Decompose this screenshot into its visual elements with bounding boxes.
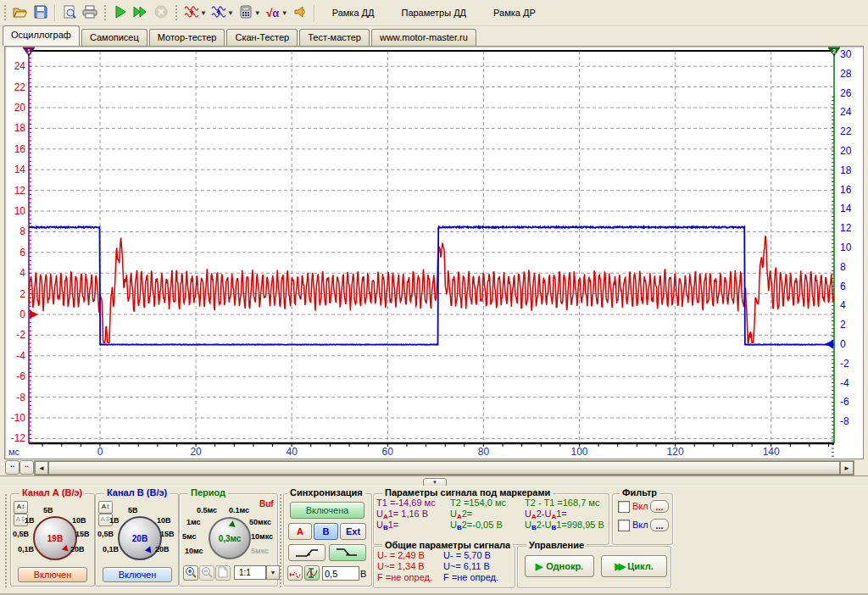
sync-source-а[interactable]: А	[288, 523, 312, 540]
channel-a-autoscale-button[interactable]: А↕	[14, 501, 28, 514]
zoom-ratio-combo[interactable]: 1:1 ▼	[234, 565, 280, 580]
zoom-out-button[interactable]	[199, 565, 214, 581]
tab-мотор-тестер[interactable]: Мотор-тестер	[149, 29, 225, 46]
tab-тест-мастер[interactable]: Тест-мастер	[299, 29, 370, 46]
svg-text:12: 12	[840, 222, 852, 234]
marker-1-button[interactable]: ..	[5, 460, 19, 475]
toolbar-button-2[interactable]: Параметры ДД	[392, 5, 475, 20]
cyclic-run-button[interactable]: ▶▶ Цикл.	[601, 555, 667, 577]
filter-checkbox-2[interactable]	[618, 520, 630, 531]
common-param: U~= 6,11 В	[443, 561, 490, 571]
toolbar-button-1[interactable]: Рамка ДД	[324, 5, 383, 20]
period-value: 0,3мс	[219, 534, 242, 543]
sync-source-ext[interactable]: Ext	[340, 523, 366, 540]
main-toolbar: ▼ ▼ ▼ √α ▼ Рамка ДДПараметры ДДРамка ДР	[0, 0, 868, 26]
scrollbar-thumb[interactable]	[48, 461, 840, 475]
dropdown-arrow-icon[interactable]: ▼	[200, 9, 207, 17]
svg-text:140: 140	[763, 446, 780, 457]
dropdown-arrow-icon[interactable]: ▼	[281, 9, 288, 17]
zoom-in-button[interactable]	[183, 565, 198, 581]
tab-www.motor-master.ru[interactable]: www.motor-master.ru	[371, 29, 476, 46]
toolbar-grip[interactable]	[3, 4, 7, 21]
start-cyclic-button[interactable]	[131, 3, 151, 23]
dropdown-arrow-icon[interactable]: ▼	[227, 9, 234, 17]
falling-edge-button[interactable]	[329, 544, 366, 561]
toolbar-grip[interactable]	[103, 4, 107, 21]
scroll-right-arrow[interactable]: ►	[840, 461, 854, 475]
channel-a-range-knob[interactable]: 19В	[33, 516, 77, 560]
stop-button[interactable]	[151, 3, 171, 23]
oscilloscope-chart[interactable]: 242220181614121086420-2-4-6-8-10-1230282…	[4, 46, 864, 459]
sync-title: Синхронизация	[287, 487, 365, 498]
svg-text:-4: -4	[840, 377, 849, 389]
scale-label-15В: 15В	[160, 530, 175, 538]
print-button[interactable]	[80, 3, 100, 23]
period-knob[interactable]: 0,3мс	[209, 517, 251, 559]
horizontal-scrollbar[interactable]: ◄ ►	[34, 460, 854, 475]
start-button[interactable]	[110, 3, 131, 23]
measurement-text: U	[525, 509, 531, 519]
toolbar-button-3[interactable]: Рамка ДР	[485, 5, 544, 20]
common-params-title: Общие параметры сигнала	[382, 540, 513, 550]
channel-a-power-button[interactable]: Включен	[18, 567, 87, 582]
svg-text:-6: -6	[840, 396, 849, 408]
math-button[interactable]: √α	[263, 3, 283, 23]
print-preview-icon	[63, 5, 76, 20]
calculator-button[interactable]	[236, 3, 256, 23]
channel-b-power-button[interactable]: Включен	[103, 567, 172, 582]
save-button[interactable]	[31, 3, 51, 23]
scale-label-15В: 15В	[75, 530, 90, 538]
single-run-button[interactable]: ▶ Однокр.	[525, 555, 594, 577]
common-param: U~= 1,34 В	[377, 561, 425, 571]
new-page-button[interactable]	[215, 565, 231, 581]
measurement-cell: UА1= 1,16 В	[376, 509, 428, 520]
common-param: U- = 2,49 В	[377, 550, 425, 560]
svg-text:24: 24	[840, 106, 852, 118]
red-waveform-icon	[184, 5, 199, 20]
marker-2-button[interactable]: ..	[19, 460, 34, 475]
sync-level-input[interactable]	[322, 566, 359, 581]
tab-bar: ОсциллографСамописецМотор-тестерСкан-Тес…	[0, 25, 868, 46]
channel-a-settings-button[interactable]	[181, 3, 202, 23]
filter-settings-button-1[interactable]: ...	[650, 500, 669, 513]
rising-edge-icon	[294, 547, 320, 559]
stop-icon	[154, 5, 168, 20]
channel-b-group: Канал B (В/э) А↕ А⇕ 20В Включен 5В1В0,5В…	[95, 493, 179, 587]
sync-enabled-button[interactable]: Включена	[290, 502, 364, 519]
scroll-left-arrow[interactable]: ◄	[35, 461, 48, 475]
tab-самописец[interactable]: Самописец	[81, 29, 147, 46]
channel-b-range-knob[interactable]: 20В	[118, 516, 162, 560]
measurement-cell: UА2-UА1=	[525, 509, 567, 520]
tab-скан-тестер[interactable]: Скан-Тестер	[226, 29, 298, 46]
print-preview-button[interactable]	[59, 3, 80, 23]
tab-осциллограф[interactable]: Осциллограф	[3, 25, 80, 46]
open-button[interactable]	[10, 3, 31, 23]
scale-label-5В: 5В	[43, 506, 53, 514]
channel-b-settings-button[interactable]	[209, 3, 229, 23]
sound-button[interactable]	[290, 3, 310, 23]
rising-edge-button[interactable]	[288, 544, 326, 561]
svg-text:-8: -8	[840, 415, 849, 427]
dropdown-arrow-icon[interactable]: ▼	[254, 9, 261, 17]
filter-settings-button-2[interactable]: ...	[650, 519, 669, 531]
svg-text:60: 60	[382, 446, 394, 457]
measurement-text: 2=	[462, 509, 473, 519]
sync-level-button[interactable]	[304, 565, 320, 581]
svg-text:10: 10	[14, 205, 26, 217]
marker-measurements-title: Параметры сигнала под маркерами	[382, 487, 553, 498]
trigger-wave-icon	[289, 568, 301, 578]
trigger-level-icon	[306, 568, 318, 578]
combo-dropdown-icon[interactable]: ▼	[266, 565, 280, 580]
svg-text:22: 22	[14, 81, 26, 93]
measurement-text: 1=	[388, 520, 399, 530]
svg-text:8: 8	[19, 225, 25, 237]
measurement-cell: UВ2-UВ1=998,95 В	[525, 520, 604, 531]
svg-text:30: 30	[840, 48, 852, 60]
panel-grip[interactable]	[4, 493, 8, 588]
sync-source-b[interactable]: B	[314, 523, 338, 540]
toolbar-grip[interactable]	[175, 4, 178, 21]
period-scale-50мкс: 50мкс	[249, 518, 271, 526]
channel-b-autoscale-button[interactable]: А↕	[98, 501, 113, 514]
filter-checkbox-1[interactable]	[618, 501, 630, 513]
sync-mode-wave-button[interactable]	[287, 565, 303, 581]
